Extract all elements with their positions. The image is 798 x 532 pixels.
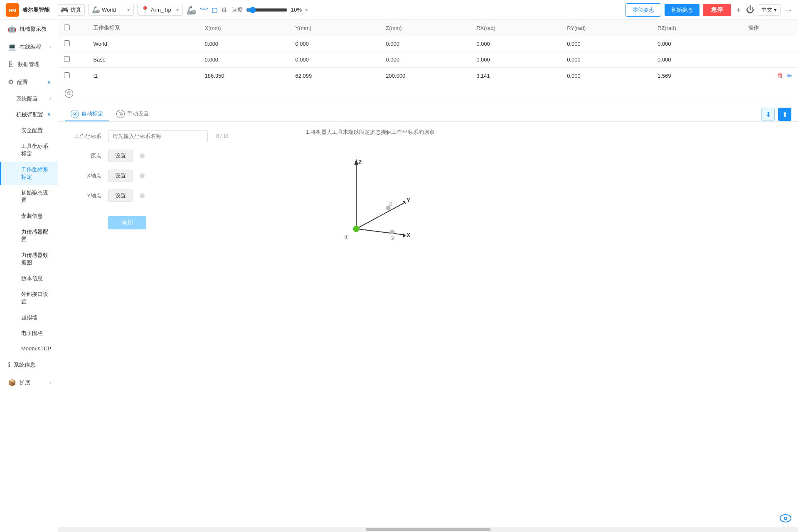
sidebar-item-force-chart[interactable]: 力传感器数据图	[0, 247, 58, 271]
download-button[interactable]: ⬇	[761, 108, 775, 121]
sidebar-item-initpose[interactable]: 初始姿态设置	[0, 185, 58, 208]
col-header-x: X(mm)	[199, 20, 290, 36]
horizontal-scrollbar[interactable]	[58, 527, 798, 532]
arm-tip-dropdown[interactable]: 📍 Arm_Tip ▾	[137, 4, 183, 16]
select-all-checkbox[interactable]	[64, 25, 70, 30]
origin-status-dot	[140, 153, 145, 158]
sidebar-item-workcoord[interactable]: 工作坐标系标定	[0, 162, 58, 185]
sidebar-item-armconfig[interactable]: 机械臂配置 ∧	[0, 107, 58, 123]
power-icon[interactable]: ⏻	[746, 5, 754, 15]
main-layout: 🤖 机械臂示教 💻 在线编程 › 🗄 数据管理 ⚙ 配置 ∧ 系统配置 ›	[0, 20, 798, 532]
yaxis-status-dot	[140, 193, 145, 198]
sidebar-label-extend: 扩展	[20, 379, 30, 387]
arm-tip-value: Arm_Tip	[151, 7, 171, 13]
sim-button[interactable]: 🎮 仿真	[57, 4, 85, 16]
sidebar-item-sysinfo[interactable]: ℹ 系统信息	[0, 356, 58, 374]
speed-slider[interactable]	[246, 7, 288, 13]
form-row-yaxis: Y轴点 设置	[68, 190, 289, 202]
sidebar-item-modbus[interactable]: ModbusTCP	[0, 341, 58, 356]
lang-chevron-icon: ▾	[774, 7, 777, 13]
edit-t1-icon[interactable]: ✏	[787, 72, 792, 80]
sidebar-item-teach[interactable]: 🤖 机械臂示教	[0, 20, 58, 38]
row-y-t1: 62.099	[289, 68, 380, 84]
tab-manual[interactable]: ③ 手动设置	[111, 107, 155, 121]
install-label: 安装信息	[21, 213, 43, 219]
curve-icon: 〰	[200, 5, 208, 15]
sidebar-label-data: 数据管理	[18, 61, 39, 68]
row-checkbox-t1[interactable]	[64, 72, 70, 78]
modbus-label: ModbusTCP	[21, 345, 51, 352]
eye-icon[interactable]	[780, 514, 791, 525]
svg-text:Z: Z	[358, 159, 362, 165]
tab-auto-num: ②	[71, 110, 79, 118]
add-button[interactable]: 添加	[108, 216, 146, 229]
scrollbar-thumb[interactable]	[366, 528, 490, 531]
sidebar-item-programming[interactable]: 💻 在线编程 ›	[0, 38, 58, 56]
world-chevron-icon: ▾	[127, 7, 130, 13]
yaxis-set-button[interactable]: 设置	[108, 190, 133, 202]
xaxis-set-button[interactable]: 设置	[108, 170, 133, 182]
sidebar-item-extend[interactable]: 📦 扩展 ›	[0, 374, 58, 392]
sidebar-item-version[interactable]: 版本信息	[0, 271, 58, 286]
table-row: Base 0.000 0.000 0.000 0.000 0.000 0.000	[58, 52, 798, 68]
download-icon: ⬇	[766, 111, 771, 118]
speed-label: 速度	[232, 6, 243, 14]
upload-button[interactable]: ⬆	[778, 108, 791, 121]
plus-icon[interactable]: ＋	[734, 4, 743, 15]
row-ry-world: 0.000	[561, 36, 652, 52]
toolcoord-label: 工具坐标系标定	[21, 143, 48, 157]
extend-arrow-icon: ›	[49, 379, 51, 386]
zero-pose-button[interactable]: 零位姿态	[626, 3, 661, 17]
col-header-ops: 操作	[742, 20, 798, 36]
sidebar-item-config[interactable]: ⚙ 配置 ∧	[0, 73, 58, 91]
sidebar-label-config: 配置	[17, 79, 28, 86]
data-icon: 🗄	[8, 61, 15, 68]
logo: RM 睿尔曼智能	[5, 2, 49, 17]
emergency-stop-button[interactable]: 急停	[703, 4, 731, 16]
sidebar-item-safety[interactable]: 安全配置	[0, 123, 58, 138]
logo-text: 睿尔曼智能	[22, 6, 49, 14]
svg-line-8	[356, 229, 404, 235]
initpose-label: 初始姿态设置	[21, 190, 48, 203]
svg-marker-3	[354, 159, 358, 165]
sidebar-item-efence[interactable]: 电子围栏	[0, 325, 58, 341]
row-checkbox-base[interactable]	[64, 56, 70, 62]
config-icon: ⚙	[221, 6, 227, 14]
col-header-y: Y(mm)	[289, 20, 380, 36]
form-row-coord: 工作坐标系 0 / 10	[68, 130, 289, 142]
initial-pose-button[interactable]: 初始姿态	[665, 4, 699, 16]
row-checkbox-world[interactable]	[64, 40, 70, 46]
tab-auto[interactable]: ② 自动标定	[65, 107, 109, 121]
sidebar-item-data[interactable]: 🗄 数据管理	[0, 56, 58, 73]
sidebar-item-install[interactable]: 安装信息	[0, 208, 58, 224]
col-header-rx: RX(rad)	[470, 20, 561, 36]
origin-set-button[interactable]: 设置	[108, 150, 133, 162]
sim-label: 仿真	[70, 6, 81, 14]
form-row-add: 添加	[68, 213, 289, 229]
row-ry-t1: 0.000	[561, 68, 652, 84]
row-y-world: 0.000	[289, 36, 380, 52]
sidebar-item-extio[interactable]: 外部接口设置	[0, 286, 58, 310]
extend-icon: 📦	[8, 379, 16, 387]
workcoord-label: 工作坐标系标定	[21, 166, 48, 180]
col-header-ry: RY(rad)	[561, 20, 652, 36]
bottom-panel: ② 自动标定 ③ 手动设置 ⬇ ⬆	[58, 103, 798, 532]
language-dropdown[interactable]: 中文 ▾	[758, 4, 781, 16]
sidebar-item-sysconfg[interactable]: 系统配置 ›	[0, 91, 58, 107]
programming-arrow-icon: ›	[49, 44, 51, 50]
efence-label: 电子围栏	[21, 330, 43, 336]
sysconfg-arrow-icon: ›	[49, 95, 51, 103]
sidebar-item-toolcoord[interactable]: 工具坐标系标定	[0, 138, 58, 162]
origin-label: 原点	[68, 152, 101, 160]
sidebar-item-force[interactable]: 力传感器配置	[0, 224, 58, 247]
delete-t1-icon[interactable]: 🗑	[777, 72, 783, 80]
tab-manual-num: ③	[116, 110, 125, 118]
sidebar-item-vwall[interactable]: 虚拟墙	[0, 310, 58, 325]
config-arrow-icon: ∧	[47, 79, 51, 85]
world-dropdown[interactable]: 🦾 World ▾	[88, 4, 134, 16]
coord-name-input[interactable]	[108, 130, 208, 142]
content-area: 工作坐标系 X(mm) Y(mm) Z(mm) RX(rad) RY(rad) …	[58, 20, 798, 532]
logout-icon[interactable]: →	[784, 5, 793, 15]
svg-marker-9	[403, 233, 406, 238]
row-name-t1: t1	[87, 68, 199, 84]
